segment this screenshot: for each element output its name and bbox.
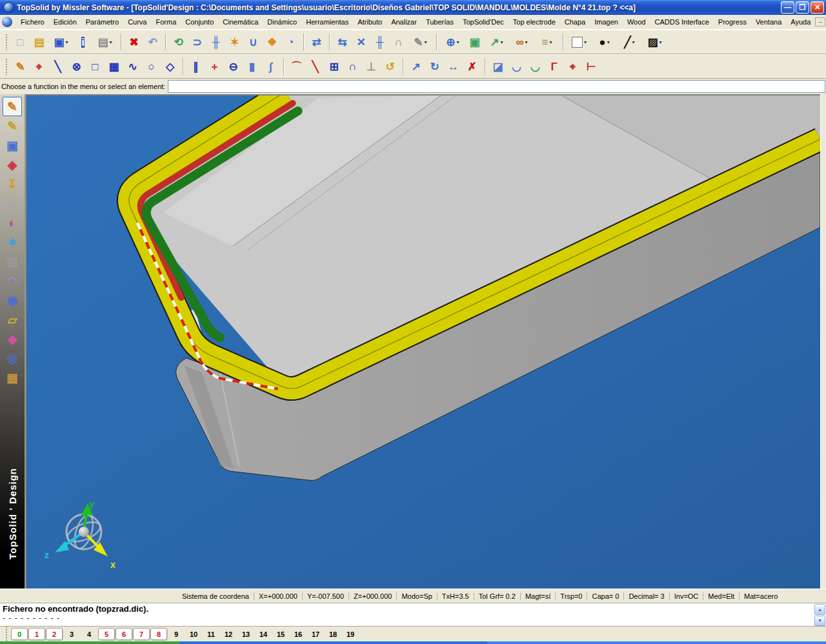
toolbar-icon[interactable]: ⊞ ▾ [325,58,343,75]
tabbar-drag-handle[interactable] [5,626,8,643]
toolbar-icon[interactable]: ╲ ▾ [307,58,324,75]
menu-item[interactable]: Edición [49,16,81,28]
command-input[interactable] [168,80,825,93]
toolbar-icon[interactable]: ▾ [281,57,286,76]
toolbar-icon[interactable]: ⊖ ▾ [225,58,242,75]
layer-tab[interactable]: 12 [220,628,237,640]
menu-item[interactable]: Imagen [590,16,623,28]
menu-item[interactable]: Progress [714,16,751,28]
menu-item[interactable]: Fichero [16,16,49,28]
mdi-minimize-button[interactable]: – [815,17,825,26]
close-button[interactable]: ✕ [811,1,824,14]
toolbar-icon[interactable]: ▾ [163,32,168,52]
toolbar-icon[interactable]: ╱ ▾ [618,34,641,51]
toolbar-icon[interactable]: ∩ ▾ [390,34,407,51]
layer-tab[interactable]: 5 [98,628,115,640]
toolbar-icon[interactable]: ⌖ ▾ [30,58,48,75]
dropdown-arrow-icon[interactable]: ▾ [584,39,587,45]
layer-tab[interactable]: 11 [203,628,219,640]
toolbar-icon[interactable]: ↶ ▾ [144,34,161,51]
layer-tab[interactable]: 13 [237,628,254,640]
menu-item[interactable]: Dinámico [263,16,301,28]
toolbar-icon[interactable]: ◇ ▾ [161,58,179,75]
layer-tab[interactable]: 15 [272,628,289,640]
dropdown-arrow-icon[interactable]: ▾ [525,39,528,45]
toolbar-icon[interactable]: ▮ ▾ [243,58,261,75]
menu-item[interactable]: Curva [123,16,151,28]
toolbar-icon[interactable]: ╲ ▾ [49,58,66,75]
side-tool-icon[interactable]: ▦ [3,368,22,387]
layer-tab[interactable]: 19 [342,628,359,640]
toolbar-icon[interactable]: ⊥ ▾ [363,58,380,75]
menu-item[interactable]: Herramientas [301,16,353,28]
menu-item[interactable]: Analizar [387,16,421,28]
toolbar-icon[interactable]: ✕ ▾ [352,34,370,51]
toolbar-icon[interactable]: ⊕ ▾ [441,34,465,51]
dropdown-arrow-icon[interactable]: ▾ [66,39,68,45]
side-tool-icon[interactable]: ✎ [3,116,22,136]
toolbar-icon[interactable]: ▤ ▾ [30,34,48,51]
menu-item[interactable]: Ventana [751,16,786,28]
toolbar-icon[interactable]: ⇄ ▾ [308,34,325,51]
toolbar-icon[interactable]: ⊗ ▾ [68,58,85,75]
toolbar-icon[interactable]: ✎ ▾ [12,58,29,75]
toolbar-icon[interactable]: ▣ ▾ [49,34,73,51]
layer-tab[interactable]: 7 [133,628,150,640]
toolbar-icon[interactable]: ● ▾ [592,34,616,51]
side-tool-icon[interactable]: ◉ [3,290,22,310]
toolbar-icon[interactable]: ▣ ▾ [466,34,483,51]
menu-item[interactable]: Top electrode [509,16,560,28]
layer-tab[interactable]: 14 [255,628,272,640]
side-tool-icon[interactable]: ✎ [3,97,22,116]
toolbar-icon[interactable]: ▾ [401,57,405,76]
toolbar-icon[interactable]: ◔ ▾ [282,34,299,51]
toolbar-icon[interactable]: ▾ [483,57,487,76]
3d-viewport[interactable]: y z x [26,94,820,589]
dropdown-arrow-icon[interactable]: ▾ [501,39,503,45]
toolbar-icon[interactable]: ↺ ▾ [381,58,399,75]
toolbar-icon[interactable]: ▨ ▾ [643,34,667,51]
toolbar-icon[interactable]: ▾ [434,32,439,52]
dropdown-arrow-icon[interactable]: ▾ [110,39,112,45]
menu-item[interactable]: Tuberías [421,16,458,28]
toolbar-icon[interactable]: ⇆ ▾ [334,34,351,51]
side-tool-icon[interactable]: ✶ [3,232,22,252]
toolbar-icon[interactable]: ▤ ▾ [93,34,117,51]
side-tool-icon[interactable]: ◆ [3,329,22,348]
menu-item[interactable]: Parámetro [81,16,123,28]
side-tool-icon[interactable]: ◎ [3,348,22,368]
side-tool-icon[interactable]: ▱ [3,310,22,329]
menu-item[interactable]: Chapa [560,16,590,28]
toolbar-icon[interactable]: ↗ ▾ [485,34,509,51]
viewport-canvas[interactable]: y z x [26,96,820,589]
toolbar-icon[interactable]: ▾ [561,32,565,52]
toolbar-icon[interactable]: ╫ ▾ [371,34,388,51]
side-tool-icon[interactable]: ☼ [3,194,22,213]
scroll-up-button[interactable]: ▲ [814,604,825,615]
side-tool-icon[interactable]: ↧ [3,174,22,194]
toolbar-icon[interactable]: ✖ ▾ [125,34,143,51]
toolbar-icon[interactable]: ∫ ▾ [262,58,279,75]
toolbar-icon[interactable]: ✎ ▾ [408,34,432,51]
toolbar-icon[interactable]: ╫ ▾ [207,34,225,51]
toolbar-icon[interactable]: ∩ ▾ [344,58,361,75]
layer-tab[interactable]: 18 [325,628,341,640]
toolbar-icon[interactable]: ▾ [567,34,591,51]
layer-tab[interactable]: 2 [46,628,63,640]
restore-button[interactable]: ❐ [796,1,809,14]
toolbar-icon[interactable]: ◡ ▾ [527,58,544,75]
side-tool-icon[interactable]: ◠ [3,271,22,290]
toolbar-icon[interactable]: ✶ ▾ [226,34,243,51]
toolbar-icon[interactable]: ⟲ ▾ [170,34,187,51]
toolbar-icon[interactable]: ▾ [181,57,185,76]
minimize-button[interactable]: — [781,1,794,14]
toolbar-icon[interactable]: ⊢ ▾ [583,58,600,75]
toolbar-icon[interactable]: ▾ [119,32,123,52]
side-tool-icon[interactable]: ◈ [3,155,22,174]
toolbar-icon[interactable]: ▾ [301,32,306,52]
toolbar-drag-handle[interactable] [5,58,8,75]
toolbar-icon[interactable]: ▦ ▾ [105,58,123,75]
toolbar-icon[interactable]: ⌒ ▾ [288,58,305,75]
toolbar-icon[interactable]: ∪ ▾ [245,34,262,51]
menu-item[interactable]: Forma [151,16,181,28]
